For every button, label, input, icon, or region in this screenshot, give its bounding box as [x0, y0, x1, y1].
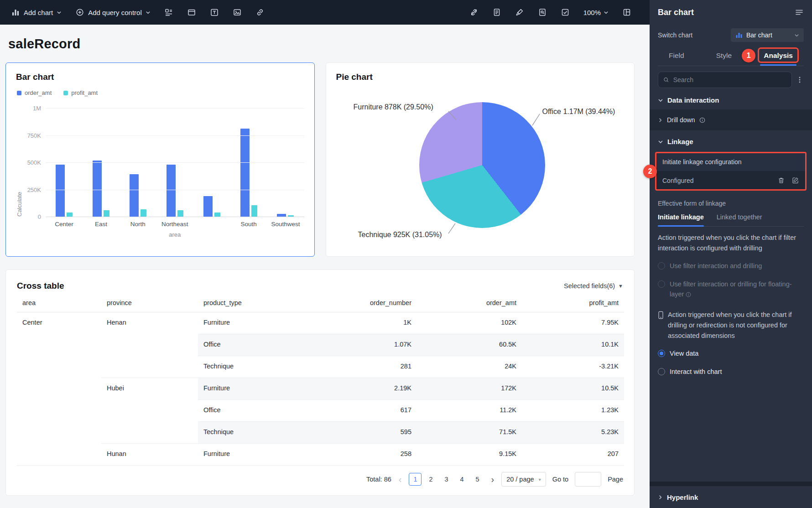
todo-check-icon[interactable] [561, 8, 570, 17]
bar-order_amt[interactable] [56, 165, 65, 217]
profit_amt-cell: 207 [522, 444, 624, 466]
zoom-control[interactable]: 100% [583, 9, 609, 16]
bar-chart-card[interactable]: Bar chart order_amtprofit_amt Calculate … [5, 62, 315, 257]
pie-chart-card[interactable]: Pie chart Furniture 878K (29.50%) Office… [326, 62, 635, 257]
page-1[interactable]: 1 [409, 473, 422, 486]
chevron-down-icon [604, 10, 609, 15]
page-size-select[interactable]: 20 / page ▾ [501, 472, 546, 487]
bar-profit_amt[interactable] [214, 213, 220, 217]
radio-interact-with-chart[interactable]: Interact with chart [658, 367, 804, 377]
selected-fields-dropdown[interactable]: Selected fields(6) ▼ [564, 282, 623, 290]
radio-view-data[interactable]: View data [658, 349, 804, 359]
notes-icon[interactable] [492, 8, 501, 17]
order_amt-cell: 172K [417, 378, 522, 400]
panel-title: Bar chart [658, 8, 694, 17]
section-label: Data interaction [667, 96, 719, 104]
edit-icon[interactable] [791, 176, 799, 184]
tab-field[interactable]: Field [668, 46, 685, 66]
legend-order_amt[interactable]: order_amt [17, 89, 52, 96]
profit_amt-cell: 5.23K [522, 422, 624, 444]
bar-profit_amt[interactable] [67, 213, 73, 217]
hyperlink-row[interactable]: Hyperlink [658, 486, 804, 508]
more-vertical-icon[interactable] [796, 76, 804, 84]
tab-initiate-linkage[interactable]: Initiate linkage [658, 208, 704, 226]
zoom-value: 100% [583, 9, 601, 16]
panel-search[interactable] [658, 72, 792, 88]
page-5[interactable]: 5 [471, 473, 484, 486]
page-4[interactable]: 4 [455, 473, 468, 486]
cross-table-card: Cross table Selected fields(6) ▼ areapro… [5, 270, 635, 496]
order_amt-cell: 11.2K [417, 400, 522, 422]
radio-filter-or-drilling[interactable]: Use filter interaction or drilling for f… [658, 280, 804, 300]
x-label [193, 221, 230, 228]
page-size-value: 20 / page [506, 476, 534, 483]
order_number-cell: 281 [307, 356, 417, 378]
bar-profit_amt[interactable] [177, 210, 183, 217]
section-label: Linkage [667, 138, 693, 145]
brush-icon[interactable] [515, 8, 524, 17]
unlink-icon[interactable] [469, 8, 479, 17]
link-icon[interactable] [255, 8, 265, 17]
tab-linked-together[interactable]: Linked together [717, 208, 762, 226]
list-menu-icon[interactable] [795, 8, 804, 17]
cross-table-title: Cross table [17, 281, 64, 291]
page-title: saleRecord [8, 36, 635, 52]
add-query-control-button[interactable]: Add query control [75, 8, 151, 17]
legend-swatch [63, 91, 68, 95]
bar-profit_amt[interactable] [141, 209, 146, 217]
linkage-config-box: Initiate linkage configuration Configure… [656, 153, 806, 190]
area-cell: Center [17, 312, 101, 466]
profit_amt-cell: 10.5K [522, 378, 624, 400]
page-3[interactable]: 3 [440, 473, 453, 486]
bar-order_amt[interactable] [167, 165, 176, 217]
board-layout-icon[interactable] [622, 8, 631, 17]
x-label: South [230, 221, 267, 228]
pie-chart[interactable] [419, 102, 545, 228]
dashboard-canvas: saleRecord Bar chart order_amtprofit_amt… [0, 25, 650, 508]
chart-type-select[interactable]: Bar chart [731, 28, 804, 42]
bar-order_amt[interactable] [240, 129, 250, 217]
order_number-cell: 1K [307, 312, 417, 334]
bar-order_amt[interactable] [203, 196, 213, 217]
preview-icon[interactable] [538, 8, 547, 17]
tab-analysis[interactable]: Analysis 1 [763, 46, 794, 66]
section-data-interaction[interactable]: Data interaction [658, 90, 804, 109]
bar-profit_amt[interactable] [104, 210, 109, 217]
page-2[interactable]: 2 [424, 473, 437, 486]
drill-down-row[interactable]: Drill down [650, 109, 812, 130]
radio-filter-and-drilling[interactable]: Use filter interaction and drilling [658, 261, 804, 271]
goto-page-input[interactable] [575, 472, 601, 487]
product_type-cell: Office [198, 400, 307, 422]
trash-icon[interactable] [777, 176, 785, 184]
search-input[interactable] [673, 76, 787, 83]
product_type-cell: Technique [198, 356, 307, 378]
radio-label: Use filter interaction or drilling for f… [670, 280, 804, 300]
product_type-cell: Furniture [198, 444, 307, 466]
cross-table: areaprovinceproduct_typeorder_numberorde… [17, 299, 624, 466]
query-setup-icon[interactable] [164, 8, 173, 17]
table-row: HubeiFurniture2.19K172K10.5K [17, 378, 624, 400]
chevron-down-icon [57, 10, 62, 15]
profit_amt-cell: -3.21K [522, 356, 624, 378]
province-cell: Hubei [101, 378, 198, 444]
section-linkage[interactable]: Linkage [658, 130, 804, 151]
legend-profit_amt[interactable]: profit_amt [63, 89, 98, 96]
bar-order_amt[interactable] [93, 161, 102, 217]
gridline [46, 190, 304, 190]
settings-panel: Bar chart Switch chart Bar chart Field S… [650, 0, 812, 508]
order_amt-cell: 9.15K [417, 444, 522, 466]
bar-chart-icon [735, 31, 743, 39]
add-chart-button[interactable]: Add chart [11, 8, 62, 17]
bar-profit_amt[interactable] [251, 205, 257, 217]
tab-card-icon[interactable] [187, 8, 196, 17]
table-row: CenterHenanFurniture1K102K7.95K [17, 312, 624, 334]
prev-page-button[interactable]: ‹ [398, 475, 403, 484]
tab-style[interactable]: Style [715, 46, 733, 66]
text-icon[interactable] [210, 8, 219, 17]
bar-order_amt[interactable] [130, 174, 139, 217]
image-icon[interactable] [233, 8, 242, 17]
profit_amt-cell: 10.1K [522, 334, 624, 356]
next-page-button[interactable]: › [490, 475, 495, 484]
gridline [46, 162, 304, 163]
switch-chart-label: Switch chart [658, 31, 692, 39]
